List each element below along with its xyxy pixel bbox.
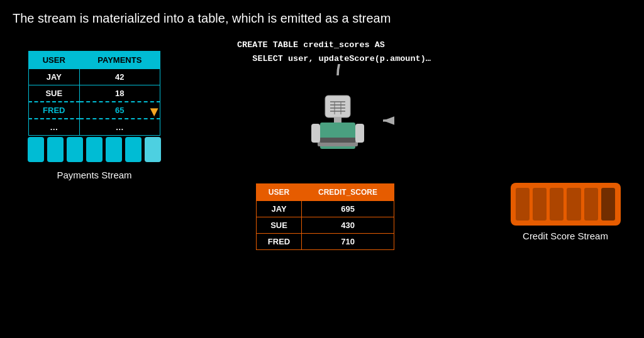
credit-stream-bars-container (511, 183, 621, 226)
stream-bar-orange-dim (601, 188, 615, 221)
table-row: SUE 18 (29, 85, 160, 102)
payments-col-user: USER (29, 52, 80, 69)
stream-bar-orange (567, 188, 580, 221)
sql-code-block: CREATE TABLE credit_scores AS SELECT use… (237, 38, 431, 65)
svg-rect-8 (334, 117, 341, 123)
table-row: JAY 42 (29, 69, 160, 85)
center-section: CREATE TABLE credit_scores AS SELECT use… (231, 38, 445, 250)
credit-scores-table: USER CREDIT_SCORE JAY 695 SUE 430 FRED (256, 183, 394, 250)
table-row: JAY 695 (257, 201, 394, 217)
credit-col-user: USER (257, 184, 302, 201)
stream-bar-orange (533, 188, 547, 221)
robot-container (275, 77, 401, 177)
stream-bar-orange (516, 188, 530, 221)
svg-rect-1 (325, 95, 350, 117)
table-row-ellipsis: … … (29, 119, 160, 136)
main-content: USER PAYMENTS JAY 42 SUE 18 FRED (0, 26, 644, 326)
stream-bar-orange (550, 188, 564, 221)
svg-rect-11 (320, 138, 355, 143)
table-row: FRED 710 (257, 234, 394, 250)
credit-stream-label: Credit Score Stream (523, 231, 608, 241)
down-arrow-icon: ▼ (147, 104, 161, 120)
table-row: SUE 430 (257, 217, 394, 234)
svg-rect-12 (311, 124, 320, 143)
robot-figure-icon (306, 92, 369, 174)
table-row-dashed: FRED 65 ▼ (29, 102, 160, 119)
svg-rect-13 (355, 124, 364, 143)
credit-score-stream-section: Credit Score Stream (506, 183, 625, 241)
payments-col-payments: PAYMENTS (79, 52, 160, 69)
payments-stream-section: USER PAYMENTS JAY 42 SUE 18 FRED (19, 51, 170, 180)
payments-table: USER PAYMENTS JAY 42 SUE 18 FRED (28, 51, 160, 136)
credit-col-score: CREDIT_SCORE (302, 184, 394, 201)
payments-stream-label: Payments Stream (57, 170, 131, 180)
credit-table-wrapper: USER CREDIT_SCORE JAY 695 SUE 430 FRED (256, 183, 394, 250)
stream-bar-orange (584, 188, 598, 221)
slide-title: The stream is materialized into a table,… (0, 0, 644, 26)
